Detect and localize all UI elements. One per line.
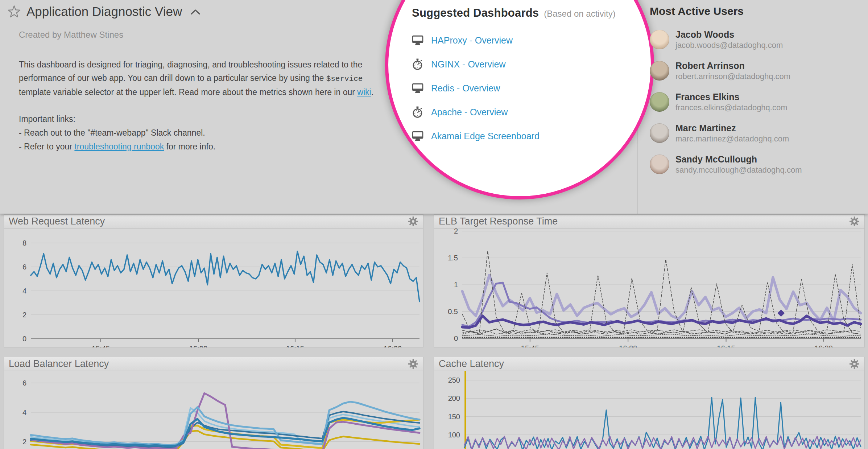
svg-text:4: 4 (22, 408, 26, 416)
user-list-item: Jacob Woodsjacob.woods@datadoghq.com (650, 24, 867, 55)
svg-text:16:00: 16:00 (619, 344, 637, 347)
svg-text:6: 6 (22, 263, 26, 271)
avatar (650, 155, 669, 174)
dashboard-link-label: HAProxy - Overview (431, 35, 513, 46)
suggested-dashboards-list: HAProxy - OverviewNGINX - OverviewRedis … (412, 28, 634, 148)
wiki-link[interactable]: wiki (357, 87, 371, 97)
user-list-item: Marc Martinezmarc.martinez@datadoghq.com (650, 118, 867, 149)
user-list-item: Robert Arrinsonrobert.arrinson@datadoghq… (650, 55, 867, 86)
svg-text:16:15: 16:15 (286, 345, 304, 347)
user-list-item: Frances Elkinsfrances.elkins@datadoghq.c… (650, 86, 867, 118)
suggested-dashboards-title: Suggested Dashboards (412, 7, 539, 20)
most-active-users-list: Jacob Woodsjacob.woods@datadoghq.comRobe… (650, 24, 867, 180)
user-email: sandy.mccullough@datadoghq.com (675, 165, 802, 175)
avatar (650, 61, 669, 81)
user-name: Frances Elkins (675, 92, 788, 102)
chart-title: Cache Latency (439, 358, 504, 370)
user-name: Robert Arrinson (675, 61, 790, 71)
user-list-item: Sandy McCulloughsandy.mccullough@datadog… (650, 149, 867, 180)
runbook-line-text: - Refer to your (19, 142, 74, 151)
cache-latency-chart: 100150200250 (434, 371, 864, 449)
avatar (650, 92, 669, 112)
avatar (650, 30, 669, 49)
important-links-heading: Important links: (19, 112, 386, 126)
gear-icon[interactable] (849, 359, 860, 369)
description-text: This dashboard is designed for triaging,… (19, 60, 362, 83)
description-text: . (371, 87, 373, 97)
dashboard-description: This dashboard is designed for triaging,… (19, 58, 385, 99)
user-email: robert.arrinson@datadoghq.com (675, 72, 790, 81)
svg-text:2: 2 (22, 438, 26, 446)
suggested-dashboard-link[interactable]: HAProxy - Overview (412, 28, 634, 52)
important-links-block: Important links: - Reach out to the "#te… (19, 112, 386, 153)
user-name: Marc Martinez (675, 123, 789, 133)
chart-title-bar: Load Balancer Latency (4, 357, 423, 371)
chevron-up-icon[interactable] (190, 9, 201, 17)
suggested-dashboard-link[interactable]: Redis - Overview (412, 76, 634, 100)
svg-text:15:45: 15:45 (92, 345, 110, 347)
user-email: jacob.woods@datadoghq.com (675, 41, 783, 50)
dashboard-link-label: NGINX - Overview (431, 59, 506, 70)
svg-text:6: 6 (22, 379, 26, 387)
gear-icon[interactable] (849, 216, 860, 227)
troubleshooting-runbook-link[interactable]: troubleshooting runbook (74, 142, 164, 151)
created-by-text: Created by Matthew Stines (19, 30, 386, 40)
chart-panel-cache-latency: Cache Latency 100150200250 (434, 357, 865, 449)
description-text: template variable selector at the upper … (19, 87, 357, 97)
page-title: Application Diagnostic View (26, 4, 182, 19)
chart-panel-web-request-latency: Web Request Latency 0246815:4516:0016:15… (4, 214, 423, 347)
suggested-dashboard-link[interactable]: NGINX - Overview (412, 52, 634, 76)
screenboard-icon (412, 83, 425, 94)
suggested-dashboard-link[interactable]: Akamai Edge Screenboard (412, 124, 634, 148)
svg-text:0: 0 (22, 335, 26, 343)
dashboard-notes-widget: Application Diagnostic View Created by M… (7, 4, 386, 153)
avatar (650, 123, 669, 143)
timeboard-icon (412, 106, 425, 118)
svg-text:2: 2 (454, 228, 458, 235)
svg-text:100: 100 (448, 431, 460, 439)
chart-panel-load-balancer-latency: Load Balancer Latency 246 (4, 357, 423, 449)
star-icon[interactable] (7, 5, 21, 18)
svg-text:1.5: 1.5 (448, 254, 458, 262)
most-active-users-title: Most Active Users (650, 5, 867, 17)
most-active-users-widget: Most Active Users Jacob Woodsjacob.woods… (650, 5, 867, 180)
load-balancer-latency-chart: 246 (4, 371, 423, 449)
svg-text:16:15: 16:15 (717, 344, 735, 347)
timeboard-icon (412, 58, 425, 70)
svg-text:0: 0 (454, 334, 458, 342)
elb-target-response-time-chart: 00.511.5215:4516:0016:1516:30 (434, 228, 864, 347)
svg-text:0.5: 0.5 (448, 308, 458, 316)
chart-panel-elb-target-response-time: ELB Target Response Time 00.511.5215:451… (434, 214, 865, 347)
dashboard-link-label: Redis - Overview (431, 83, 500, 94)
slack-channel-line: - Reach out to the "#team-webapp" Slack … (19, 126, 386, 140)
suggested-dashboard-link[interactable]: Apache - Overview (412, 100, 634, 124)
screenboard-icon (412, 131, 425, 141)
svg-text:4: 4 (22, 287, 26, 295)
chart-title: ELB Target Response Time (439, 216, 558, 227)
runbook-line-text: for more info. (164, 142, 215, 151)
runbook-line: - Refer to your troubleshooting runbook … (19, 140, 386, 153)
gear-icon[interactable] (408, 216, 418, 227)
svg-text:16:30: 16:30 (384, 345, 402, 347)
svg-text:16:00: 16:00 (189, 345, 207, 347)
svg-text:200: 200 (448, 394, 460, 402)
web-request-latency-chart: 0246815:4516:0016:1516:30 (4, 228, 423, 347)
svg-text:2: 2 (22, 311, 26, 319)
user-email: marc.martinez@datadoghq.com (675, 134, 789, 144)
svg-text:8: 8 (22, 239, 26, 247)
svg-text:16:30: 16:30 (815, 344, 833, 347)
gear-icon[interactable] (408, 359, 418, 369)
svg-text:15:45: 15:45 (521, 344, 539, 347)
svg-text:250: 250 (448, 376, 460, 384)
dashboard-link-label: Akamai Edge Screenboard (431, 131, 540, 141)
chart-title-bar: Web Request Latency (4, 215, 423, 228)
screenboard-icon (412, 35, 425, 46)
user-name: Sandy McCullough (675, 154, 802, 165)
service-variable-code: $service (326, 75, 363, 83)
user-email: frances.elkins@datadoghq.com (675, 103, 788, 112)
chart-title-bar: Cache Latency (434, 357, 864, 371)
svg-text:1: 1 (454, 281, 458, 289)
datadog-dashboard: { "header": { "title": "Application Diag… (0, 0, 868, 449)
suggested-dashboards-widget: Suggested Dashboards (Based on activity)… (412, 7, 634, 148)
chart-title: Web Request Latency (9, 216, 105, 227)
